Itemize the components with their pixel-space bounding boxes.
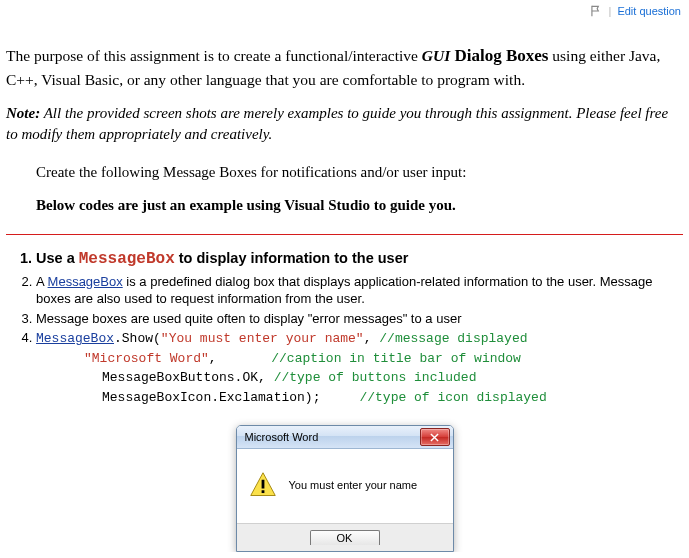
messagebox-footer: OK xyxy=(237,523,453,551)
intro-gui: GUI xyxy=(422,47,450,64)
code-line-1: MessageBox.Show("You must enter your nam… xyxy=(36,331,528,346)
messagebox-link[interactable]: MessageBox xyxy=(48,274,123,289)
code-str2: "Microsoft Word" xyxy=(84,351,209,366)
code-buttons: MessageBoxButtons.OK, xyxy=(102,370,274,385)
note-text: All the provided screen shots are merely… xyxy=(6,105,668,142)
code-comma1: , xyxy=(364,331,380,346)
messagebox-message: You must enter your name xyxy=(289,479,418,491)
intro-dialog-boxes: Dialog Boxes xyxy=(450,46,548,65)
list-item-2: A MessageBox is a predefined dialog box … xyxy=(36,273,683,308)
code-comma2: , xyxy=(209,351,271,366)
close-button[interactable] xyxy=(420,428,450,446)
list-item-1: Use a MessageBox to display information … xyxy=(36,249,683,271)
list-item-3: Message boxes are used quite often to di… xyxy=(36,310,683,328)
list-item-4-code: MessageBox.Show("You must enter your nam… xyxy=(36,329,683,407)
code-show: .Show( xyxy=(114,331,161,346)
li2-before: A xyxy=(36,274,48,289)
intro-paragraph: The purpose of this assignment is to cre… xyxy=(6,44,683,91)
messagebox-title: Microsoft Word xyxy=(245,431,319,443)
code-mb-class: MessageBox xyxy=(36,331,114,346)
li1-before: Use a xyxy=(36,250,79,266)
code-line-3: MessageBoxButtons.OK, //type of buttons … xyxy=(36,368,683,388)
separator: | xyxy=(609,5,612,17)
code-str1: "You must enter your name" xyxy=(161,331,364,346)
li2-after: is a predefined dialog box that displays… xyxy=(36,274,652,307)
instruction-list: Use a MessageBox to display information … xyxy=(10,249,683,407)
note-paragraph: Note: All the provided screen shots are … xyxy=(6,103,683,145)
li1-messagebox: MessageBox xyxy=(79,250,175,268)
flag-icon[interactable] xyxy=(589,4,603,18)
note-label: Note: xyxy=(6,105,40,121)
exclamation-icon xyxy=(249,471,277,499)
messagebox-titlebar: Microsoft Word xyxy=(237,426,453,449)
svg-rect-1 xyxy=(261,480,264,489)
messagebox-body: You must enter your name xyxy=(237,449,453,523)
code-cmt1: //message displayed xyxy=(379,331,527,346)
top-toolbar: | Edit question xyxy=(0,0,689,22)
create-instruction: Create the following Message Boxes for n… xyxy=(36,164,466,180)
messagebox-window: Microsoft Word You must enter your name … xyxy=(236,425,454,552)
intro-text-1: The purpose of this assignment is to cre… xyxy=(6,47,422,64)
code-line-2: "Microsoft Word", //caption in title bar… xyxy=(36,349,683,369)
code-cmt2: //caption in title bar of window xyxy=(271,351,521,366)
indented-block: Create the following Message Boxes for n… xyxy=(36,161,683,216)
svg-rect-2 xyxy=(261,491,264,494)
red-divider xyxy=(6,234,683,235)
code-cmt4: //type of icon displayed xyxy=(359,390,546,405)
code-line-4: MessageBoxIcon.Exclamation); //type of i… xyxy=(36,388,683,408)
document-body: The purpose of this assignment is to cre… xyxy=(0,22,689,552)
code-block: MessageBox.Show("You must enter your nam… xyxy=(36,329,683,407)
code-icon: MessageBoxIcon.Exclamation); xyxy=(102,390,359,405)
li1-after: to display information to the user xyxy=(175,250,409,266)
code-cmt3: //type of buttons included xyxy=(274,370,477,385)
ok-button[interactable]: OK xyxy=(310,530,380,545)
messagebox-screenshot: Microsoft Word You must enter your name … xyxy=(6,425,683,552)
edit-question-link[interactable]: Edit question xyxy=(617,5,681,17)
guide-note: Below codes are just an example using Vi… xyxy=(36,194,683,217)
